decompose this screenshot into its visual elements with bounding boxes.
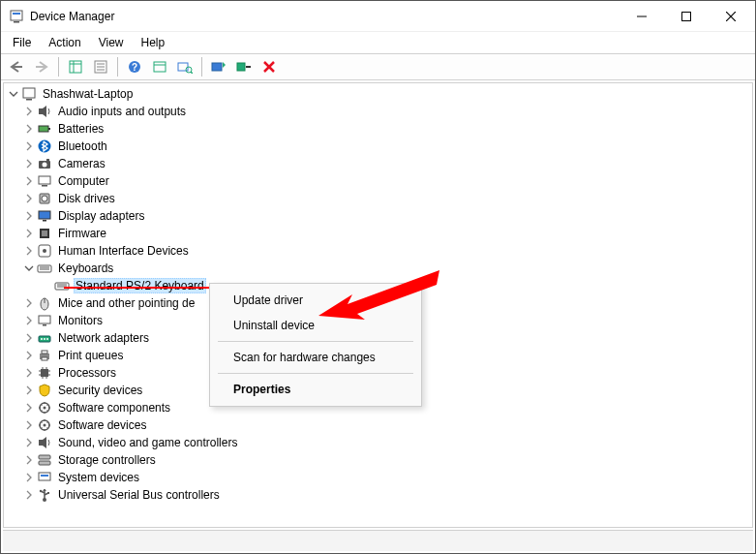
- back-button[interactable]: [5, 56, 28, 77]
- title-bar: Device Manager: [1, 1, 755, 32]
- menu-file[interactable]: File: [5, 34, 39, 51]
- toolbar-separator: [201, 57, 202, 77]
- annotation-underline: [64, 287, 209, 289]
- tree-item-label: Cameras: [56, 157, 107, 170]
- printer-icon: [37, 348, 52, 363]
- tree-item[interactable]: Disk drives: [4, 190, 752, 207]
- chevron-right-icon[interactable]: [21, 226, 37, 241]
- action-button[interactable]: [148, 56, 171, 77]
- chevron-right-icon[interactable]: [21, 417, 37, 433]
- disable-toolbar-button[interactable]: [257, 56, 281, 77]
- tree-item[interactable]: Cameras: [4, 155, 752, 172]
- properties-button[interactable]: [89, 56, 112, 77]
- tree-item[interactable]: Keyboards: [4, 260, 752, 277]
- tree-item-label: System devices: [56, 471, 141, 484]
- chevron-right-icon[interactable]: [21, 435, 37, 450]
- chevron-down-icon[interactable]: [21, 261, 37, 276]
- context-menu-properties[interactable]: Properties: [212, 377, 419, 402]
- minimize-button[interactable]: [620, 2, 664, 31]
- chevron-right-icon[interactable]: [21, 487, 37, 503]
- tree-item[interactable]: Software devices: [4, 416, 752, 434]
- app-icon: [9, 9, 24, 24]
- chevron-right-icon[interactable]: [21, 104, 37, 119]
- chevron-right-icon[interactable]: [21, 156, 37, 171]
- close-button[interactable]: [709, 2, 753, 31]
- chevron-placeholder: [39, 278, 54, 293]
- toolbar-separator: [58, 57, 59, 77]
- tree-item[interactable]: Human Interface Devices: [4, 242, 752, 260]
- tree-item[interactable]: Display adapters: [4, 207, 752, 225]
- toolbar: ?: [1, 53, 755, 80]
- window-title: Device Manager: [30, 10, 114, 23]
- context-menu-uninstall-device[interactable]: Uninstall device: [212, 313, 419, 338]
- chevron-down-icon[interactable]: [6, 86, 21, 102]
- menu-help[interactable]: Help: [134, 34, 173, 51]
- tree-item-label: Standard PS/2 Keyboard: [74, 278, 206, 293]
- update-driver-toolbar-button[interactable]: [207, 56, 230, 77]
- svg-rect-18: [154, 62, 166, 72]
- chevron-right-icon[interactable]: [21, 208, 37, 224]
- chevron-right-icon[interactable]: [21, 383, 37, 398]
- chevron-right-icon[interactable]: [21, 348, 37, 363]
- tree-item[interactable]: Audio inputs and outputs: [4, 103, 752, 120]
- svg-rect-23: [212, 63, 222, 71]
- display-icon: [37, 208, 52, 224]
- tree-item-label: Sound, video and game controllers: [56, 436, 239, 449]
- tree-item[interactable]: System devices: [4, 469, 752, 486]
- tree-item-label: Computer: [56, 174, 111, 188]
- maximize-button[interactable]: [664, 2, 709, 31]
- menu-view[interactable]: View: [91, 34, 132, 51]
- svg-line-22: [191, 72, 193, 74]
- forward-button[interactable]: [30, 56, 53, 77]
- chevron-right-icon[interactable]: [21, 365, 37, 381]
- device-tree[interactable]: Shashwat-LaptopAudio inputs and outputsB…: [3, 82, 753, 528]
- context-menu-scan-hardware[interactable]: Scan for hardware changes: [212, 345, 419, 370]
- chevron-right-icon[interactable]: [21, 121, 37, 137]
- keyboard-icon: [54, 278, 70, 293]
- software-icon: [37, 417, 52, 433]
- tree-item[interactable]: Firmware: [4, 225, 752, 242]
- toolbar-separator: [117, 57, 118, 77]
- scan-hardware-button[interactable]: [173, 56, 197, 77]
- chevron-right-icon[interactable]: [21, 295, 37, 311]
- tree-item[interactable]: Universal Serial Bus controllers: [4, 486, 752, 504]
- tree-item-label: Display adapters: [56, 209, 146, 223]
- svg-rect-24: [237, 63, 245, 71]
- chevron-right-icon[interactable]: [21, 400, 37, 416]
- tree-item[interactable]: Bluetooth: [4, 138, 752, 155]
- tree-item[interactable]: Sound, video and game controllers: [4, 434, 752, 451]
- context-menu-update-driver[interactable]: Update driver: [212, 288, 419, 313]
- network-icon: [37, 330, 52, 346]
- chevron-right-icon[interactable]: [21, 330, 37, 346]
- svg-text:?: ?: [132, 62, 137, 73]
- chevron-right-icon[interactable]: [21, 243, 37, 259]
- software-icon: [37, 400, 52, 416]
- uninstall-toolbar-button[interactable]: [232, 56, 256, 77]
- computer-icon: [37, 173, 52, 189]
- chevron-right-icon[interactable]: [21, 313, 37, 328]
- security-icon: [37, 383, 52, 398]
- chevron-right-icon[interactable]: [21, 470, 37, 485]
- cpu-icon: [37, 365, 52, 381]
- device-manager-window: Device Manager File Action View Help: [0, 0, 756, 554]
- chevron-right-icon[interactable]: [21, 138, 37, 154]
- chevron-right-icon[interactable]: [21, 173, 37, 189]
- bluetooth-icon: [37, 138, 52, 154]
- menu-action[interactable]: Action: [41, 34, 88, 51]
- svg-rect-4: [682, 12, 691, 20]
- svg-rect-2: [13, 13, 20, 15]
- mouse-icon: [37, 295, 52, 311]
- chevron-right-icon[interactable]: [21, 191, 37, 206]
- tree-item-label: Universal Serial Bus controllers: [56, 488, 222, 502]
- tree-item[interactable]: Computer: [4, 172, 752, 190]
- help-button[interactable]: ?: [123, 56, 146, 77]
- context-menu: Update driver Uninstall device Scan for …: [209, 283, 422, 407]
- monitor-icon: [37, 313, 52, 328]
- tree-item[interactable]: Batteries: [4, 120, 752, 138]
- show-hide-tree-button[interactable]: [64, 56, 87, 77]
- tree-item-label: Storage controllers: [56, 453, 158, 467]
- chevron-right-icon[interactable]: [21, 452, 37, 468]
- tree-item[interactable]: Storage controllers: [4, 451, 752, 469]
- speaker-icon: [37, 104, 52, 119]
- tree-root[interactable]: Shashwat-Laptop: [4, 85, 752, 103]
